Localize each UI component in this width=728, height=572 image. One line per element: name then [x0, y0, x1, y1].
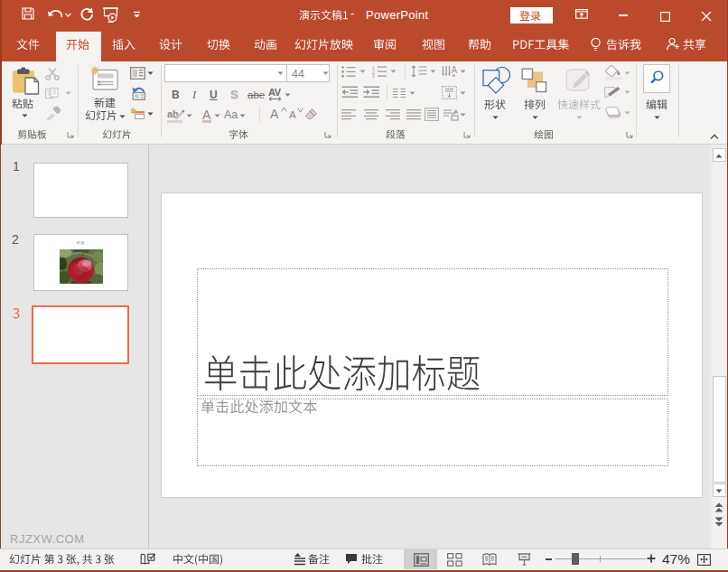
svg-text:3: 3	[372, 73, 375, 78]
svg-text:A: A	[452, 65, 458, 75]
